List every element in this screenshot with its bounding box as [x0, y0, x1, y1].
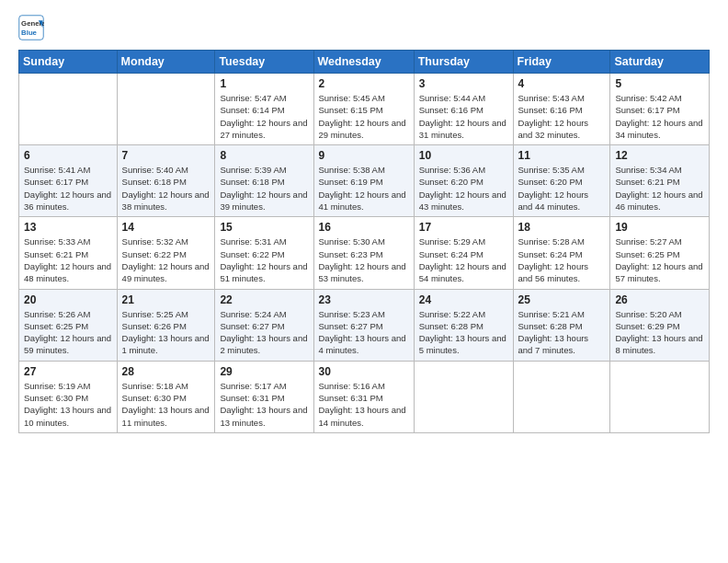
day-info: Sunrise: 5:44 AM Sunset: 6:16 PM Dayligh…	[419, 92, 508, 141]
day-info: Sunrise: 5:25 AM Sunset: 6:26 PM Dayligh…	[122, 308, 210, 357]
day-info: Sunrise: 5:19 AM Sunset: 6:30 PM Dayligh…	[24, 380, 112, 429]
day-cell: 13Sunrise: 5:33 AM Sunset: 6:21 PM Dayli…	[19, 217, 118, 289]
day-number: 27	[24, 365, 112, 378]
day-cell: 1Sunrise: 5:47 AM Sunset: 6:14 PM Daylig…	[215, 74, 313, 145]
svg-text:Blue: Blue	[21, 29, 38, 37]
day-number: 3	[419, 77, 508, 90]
day-cell: 26Sunrise: 5:20 AM Sunset: 6:29 PM Dayli…	[610, 289, 710, 361]
day-info: Sunrise: 5:45 AM Sunset: 6:15 PM Dayligh…	[319, 92, 409, 141]
day-cell: 30Sunrise: 5:16 AM Sunset: 6:31 PM Dayli…	[313, 361, 414, 432]
logo-icon: General Blue	[18, 15, 44, 40]
day-info: Sunrise: 5:42 AM Sunset: 6:17 PM Dayligh…	[615, 92, 704, 141]
day-number: 25	[518, 293, 606, 306]
day-info: Sunrise: 5:31 AM Sunset: 6:22 PM Dayligh…	[220, 236, 308, 284]
day-number: 24	[419, 293, 508, 306]
weekday-header-wednesday: Wednesday	[313, 51, 414, 74]
day-number: 17	[419, 221, 508, 234]
day-cell: 17Sunrise: 5:29 AM Sunset: 6:24 PM Dayli…	[414, 217, 513, 289]
day-cell: 25Sunrise: 5:21 AM Sunset: 6:28 PM Dayli…	[513, 289, 610, 361]
day-info: Sunrise: 5:38 AM Sunset: 6:19 PM Dayligh…	[319, 164, 409, 213]
week-row-5: 27Sunrise: 5:19 AM Sunset: 6:30 PM Dayli…	[19, 361, 710, 432]
day-number: 20	[24, 293, 112, 306]
day-cell	[117, 74, 215, 145]
week-row-3: 13Sunrise: 5:33 AM Sunset: 6:21 PM Dayli…	[19, 217, 710, 289]
day-number: 29	[220, 365, 308, 378]
day-number: 26	[615, 293, 704, 306]
calendar-table: SundayMondayTuesdayWednesdayThursdayFrid…	[18, 50, 710, 433]
day-number: 9	[319, 149, 409, 162]
day-cell: 7Sunrise: 5:40 AM Sunset: 6:18 PM Daylig…	[117, 145, 215, 217]
day-cell: 28Sunrise: 5:18 AM Sunset: 6:30 PM Dayli…	[117, 361, 215, 432]
day-cell: 16Sunrise: 5:30 AM Sunset: 6:23 PM Dayli…	[313, 217, 414, 289]
day-cell: 27Sunrise: 5:19 AM Sunset: 6:30 PM Dayli…	[19, 361, 118, 432]
day-info: Sunrise: 5:33 AM Sunset: 6:21 PM Dayligh…	[24, 236, 112, 284]
day-cell: 9Sunrise: 5:38 AM Sunset: 6:19 PM Daylig…	[313, 145, 414, 217]
day-cell: 24Sunrise: 5:22 AM Sunset: 6:28 PM Dayli…	[414, 289, 513, 361]
day-info: Sunrise: 5:17 AM Sunset: 6:31 PM Dayligh…	[220, 380, 308, 429]
day-info: Sunrise: 5:16 AM Sunset: 6:31 PM Dayligh…	[319, 380, 409, 429]
day-number: 5	[615, 77, 704, 90]
day-info: Sunrise: 5:41 AM Sunset: 6:17 PM Dayligh…	[24, 164, 112, 213]
day-cell: 6Sunrise: 5:41 AM Sunset: 6:17 PM Daylig…	[19, 145, 118, 217]
day-number: 30	[319, 365, 409, 378]
day-info: Sunrise: 5:39 AM Sunset: 6:18 PM Dayligh…	[220, 164, 308, 213]
day-cell	[19, 74, 118, 145]
day-info: Sunrise: 5:28 AM Sunset: 6:24 PM Dayligh…	[518, 236, 606, 284]
day-number: 15	[220, 221, 308, 234]
day-number: 10	[419, 149, 508, 162]
day-info: Sunrise: 5:24 AM Sunset: 6:27 PM Dayligh…	[220, 308, 308, 357]
day-cell: 20Sunrise: 5:26 AM Sunset: 6:25 PM Dayli…	[19, 289, 118, 361]
weekday-header-friday: Friday	[513, 51, 610, 74]
weekday-header-row: SundayMondayTuesdayWednesdayThursdayFrid…	[19, 51, 710, 74]
day-info: Sunrise: 5:27 AM Sunset: 6:25 PM Dayligh…	[615, 236, 704, 284]
day-cell	[610, 361, 710, 432]
day-cell: 3Sunrise: 5:44 AM Sunset: 6:16 PM Daylig…	[414, 74, 513, 145]
day-cell: 4Sunrise: 5:43 AM Sunset: 6:16 PM Daylig…	[513, 74, 610, 145]
day-number: 23	[319, 293, 409, 306]
day-cell	[513, 361, 610, 432]
day-cell: 10Sunrise: 5:36 AM Sunset: 6:20 PM Dayli…	[414, 145, 513, 217]
logo: General Blue	[18, 15, 48, 40]
day-number: 21	[122, 293, 210, 306]
day-number: 22	[220, 293, 308, 306]
week-row-1: 1Sunrise: 5:47 AM Sunset: 6:14 PM Daylig…	[19, 74, 710, 145]
day-info: Sunrise: 5:34 AM Sunset: 6:21 PM Dayligh…	[615, 164, 704, 213]
day-cell: 8Sunrise: 5:39 AM Sunset: 6:18 PM Daylig…	[215, 145, 313, 217]
day-number: 12	[615, 149, 704, 162]
day-cell: 22Sunrise: 5:24 AM Sunset: 6:27 PM Dayli…	[215, 289, 313, 361]
day-info: Sunrise: 5:20 AM Sunset: 6:29 PM Dayligh…	[615, 308, 704, 357]
day-number: 1	[220, 77, 308, 90]
day-info: Sunrise: 5:47 AM Sunset: 6:14 PM Dayligh…	[220, 92, 308, 141]
day-number: 7	[122, 149, 210, 162]
day-info: Sunrise: 5:21 AM Sunset: 6:28 PM Dayligh…	[518, 308, 606, 357]
day-number: 19	[615, 221, 704, 234]
day-info: Sunrise: 5:22 AM Sunset: 6:28 PM Dayligh…	[419, 308, 508, 357]
day-cell: 14Sunrise: 5:32 AM Sunset: 6:22 PM Dayli…	[117, 217, 215, 289]
day-number: 2	[319, 77, 409, 90]
day-info: Sunrise: 5:29 AM Sunset: 6:24 PM Dayligh…	[419, 236, 508, 284]
day-number: 16	[319, 221, 409, 234]
week-row-4: 20Sunrise: 5:26 AM Sunset: 6:25 PM Dayli…	[19, 289, 710, 361]
day-number: 13	[24, 221, 112, 234]
day-info: Sunrise: 5:23 AM Sunset: 6:27 PM Dayligh…	[319, 308, 409, 357]
weekday-header-saturday: Saturday	[610, 51, 710, 74]
day-info: Sunrise: 5:40 AM Sunset: 6:18 PM Dayligh…	[122, 164, 210, 213]
day-cell: 21Sunrise: 5:25 AM Sunset: 6:26 PM Dayli…	[117, 289, 215, 361]
day-info: Sunrise: 5:30 AM Sunset: 6:23 PM Dayligh…	[319, 236, 409, 284]
day-number: 4	[518, 77, 606, 90]
day-cell: 18Sunrise: 5:28 AM Sunset: 6:24 PM Dayli…	[513, 217, 610, 289]
day-cell	[414, 361, 513, 432]
day-cell: 29Sunrise: 5:17 AM Sunset: 6:31 PM Dayli…	[215, 361, 313, 432]
day-info: Sunrise: 5:32 AM Sunset: 6:22 PM Dayligh…	[122, 236, 210, 284]
week-row-2: 6Sunrise: 5:41 AM Sunset: 6:17 PM Daylig…	[19, 145, 710, 217]
day-cell: 12Sunrise: 5:34 AM Sunset: 6:21 PM Dayli…	[610, 145, 710, 217]
weekday-header-monday: Monday	[117, 51, 215, 74]
weekday-header-sunday: Sunday	[19, 51, 118, 74]
day-cell: 19Sunrise: 5:27 AM Sunset: 6:25 PM Dayli…	[610, 217, 710, 289]
header: General Blue	[18, 15, 710, 40]
day-info: Sunrise: 5:35 AM Sunset: 6:20 PM Dayligh…	[518, 164, 606, 213]
day-number: 14	[122, 221, 210, 234]
day-info: Sunrise: 5:43 AM Sunset: 6:16 PM Dayligh…	[518, 92, 606, 141]
weekday-header-thursday: Thursday	[414, 51, 513, 74]
day-number: 8	[220, 149, 308, 162]
